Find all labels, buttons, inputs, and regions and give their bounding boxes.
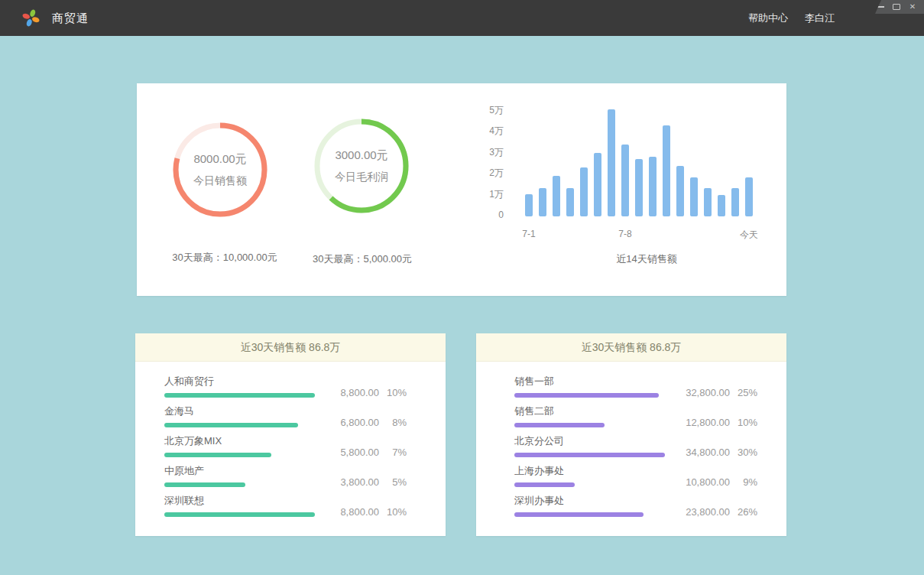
app-title: 商贸通 bbox=[52, 0, 89, 36]
bar bbox=[690, 177, 698, 216]
row-percent: 8% bbox=[379, 417, 407, 428]
x-axis-tick: 今天 bbox=[740, 229, 758, 242]
close-button[interactable]: ✕ bbox=[908, 2, 917, 11]
bar bbox=[676, 166, 684, 216]
bar bbox=[745, 177, 753, 216]
y-axis-tick: 0 bbox=[476, 210, 504, 220]
today-sales-value: 8000.00元 bbox=[193, 152, 246, 167]
panel-row: 人和商贸行 8,800.0010% bbox=[164, 375, 407, 404]
bar bbox=[649, 157, 657, 216]
x-axis-tick: 7-8 bbox=[618, 229, 631, 239]
panel-row: 上海办事处 10,800.009% bbox=[514, 464, 757, 494]
row-value: 12,800.00 bbox=[675, 417, 730, 428]
help-center-link[interactable]: 帮助中心 bbox=[748, 11, 788, 25]
row-progress-bar bbox=[514, 512, 644, 517]
dashboard-page: 8000.00元 今日销售额 30天最高：10,000.00元 3000.00元… bbox=[0, 36, 924, 575]
bar-chart-plot bbox=[525, 109, 753, 216]
row-percent: 26% bbox=[730, 506, 757, 518]
y-axis-tick: 3万 bbox=[476, 147, 504, 158]
maximize-button[interactable] bbox=[892, 2, 901, 11]
row-progress-bar bbox=[164, 512, 315, 517]
row-value: 10,800.00 bbox=[675, 476, 730, 488]
bar bbox=[621, 145, 629, 216]
panel-row: 金海马 6,800.008% bbox=[164, 404, 407, 434]
row-progress-bar bbox=[164, 453, 271, 457]
row-value: 23,800.00 bbox=[675, 506, 730, 518]
y-axis-tick: 2万 bbox=[476, 167, 504, 178]
row-value: 3,800.00 bbox=[324, 476, 379, 488]
profit-30day-high: 30天最高：5,000.00元 bbox=[274, 252, 450, 266]
row-percent: 7% bbox=[379, 447, 407, 458]
y-axis-tick: 5万 bbox=[476, 105, 504, 115]
bar bbox=[663, 125, 670, 216]
summary-card: 8000.00元 今日销售额 30天最高：10,000.00元 3000.00元… bbox=[137, 83, 786, 296]
minimize-button[interactable] bbox=[876, 2, 885, 11]
bar bbox=[553, 176, 560, 216]
row-value: 6,800.00 bbox=[324, 417, 379, 428]
today-profit-label: 今日毛利润 bbox=[335, 171, 388, 184]
row-value: 32,800.00 bbox=[675, 387, 730, 398]
bar bbox=[525, 194, 533, 216]
donut-today-profit: 3000.00元 今日毛利润 bbox=[312, 116, 411, 216]
row-percent: 30% bbox=[730, 447, 757, 458]
departments-sales-panel: 近30天销售额 86.8万 销售一部 32,800.0025% 销售二部 12,… bbox=[476, 333, 786, 536]
row-progress-bar bbox=[514, 423, 605, 427]
row-percent: 25% bbox=[730, 387, 757, 398]
x-axis-tick: 7-1 bbox=[522, 229, 535, 239]
row-progress-bar bbox=[514, 393, 659, 398]
row-value: 34,800.00 bbox=[675, 447, 730, 458]
row-percent: 10% bbox=[379, 506, 407, 518]
today-sales-label: 今日销售额 bbox=[193, 174, 247, 188]
row-value: 8,800.00 bbox=[324, 387, 379, 398]
row-progress-bar bbox=[164, 393, 315, 398]
close-icon: ✕ bbox=[909, 3, 916, 11]
row-progress-bar bbox=[164, 423, 298, 427]
panel-row: 销售一部 32,800.0025% bbox=[514, 375, 757, 404]
bar bbox=[718, 195, 725, 216]
bar-chart-yaxis: 5万4万3万2万1万0 bbox=[476, 105, 504, 227]
row-percent: 5% bbox=[379, 476, 407, 488]
panel-row: 中原地产 3,800.005% bbox=[164, 464, 407, 494]
bar bbox=[608, 109, 615, 216]
row-value: 5,800.00 bbox=[324, 447, 379, 458]
bar bbox=[580, 167, 588, 216]
row-value: 8,800.00 bbox=[324, 506, 379, 518]
row-percent: 10% bbox=[379, 387, 407, 398]
today-profit-value: 3000.00元 bbox=[335, 148, 387, 163]
row-percent: 9% bbox=[730, 476, 757, 488]
customers-sales-panel: 近30天销售额 86.8万 人和商贸行 8,800.0010% 金海马 6,80… bbox=[135, 333, 446, 536]
y-axis-tick: 1万 bbox=[476, 189, 504, 200]
bar bbox=[594, 153, 601, 216]
panel-row: 深圳联想 8,800.0010% bbox=[164, 494, 407, 524]
bar-chart-xaxis: 7-17-8今天 bbox=[525, 229, 753, 241]
window-controls: ✕ bbox=[875, 0, 924, 14]
row-progress-bar bbox=[514, 453, 665, 457]
row-progress-bar bbox=[164, 482, 245, 487]
bar-chart-title: 近14天销售额 bbox=[533, 252, 760, 266]
bar bbox=[704, 188, 712, 216]
maximize-icon bbox=[893, 4, 900, 10]
username-menu[interactable]: 李白江 bbox=[805, 11, 835, 25]
app-logo-pinwheel-icon bbox=[21, 8, 41, 28]
titlebar-links: 帮助中心 李白江 bbox=[748, 0, 835, 36]
panel-row: 销售二部 12,800.0010% bbox=[514, 404, 757, 434]
panel-row: 北京万象MIX 5,800.007% bbox=[164, 434, 407, 464]
row-progress-bar bbox=[514, 482, 575, 487]
departments-panel-title: 近30天销售额 86.8万 bbox=[476, 333, 786, 362]
minimize-icon bbox=[877, 6, 884, 8]
bar bbox=[635, 159, 643, 216]
customers-panel-title: 近30天销售额 86.8万 bbox=[135, 333, 446, 362]
bar bbox=[539, 188, 546, 216]
panel-row: 北京分公司 34,800.0030% bbox=[514, 434, 757, 464]
donut-today-sales: 8000.00元 今日销售额 bbox=[170, 120, 270, 219]
bar bbox=[566, 188, 574, 216]
panel-row: 深圳办事处 23,800.0026% bbox=[514, 494, 757, 524]
titlebar: 商贸通 帮助中心 李白江 ✕ bbox=[0, 0, 924, 36]
row-percent: 10% bbox=[730, 417, 757, 428]
y-axis-tick: 4万 bbox=[476, 125, 504, 136]
bar bbox=[731, 188, 739, 216]
